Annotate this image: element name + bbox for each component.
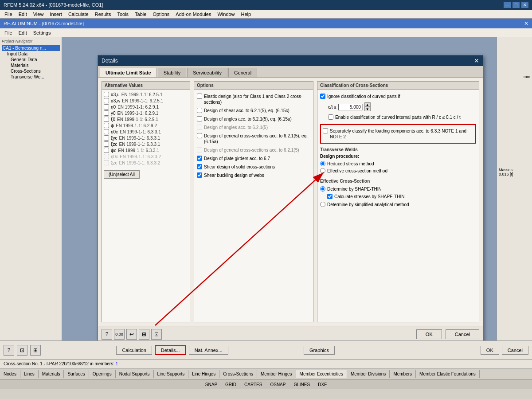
status-link[interactable]: 1 xyxy=(116,361,118,366)
menu-addon[interactable]: Add-on Modules xyxy=(173,11,214,18)
snap-grid[interactable]: GRID xyxy=(222,381,239,388)
toolbar-icon-3[interactable]: ⊞ xyxy=(30,345,41,356)
menu-view[interactable]: View xyxy=(31,11,47,18)
tab-lines[interactable]: Lines xyxy=(20,370,39,378)
tab-materials[interactable]: Materials xyxy=(39,370,64,378)
option-check-0[interactable] xyxy=(197,94,202,99)
menu-results[interactable]: Results xyxy=(92,11,114,18)
tab-cross-sections[interactable]: Cross-Sections xyxy=(219,370,257,378)
menu-edit[interactable]: Edit xyxy=(16,11,30,18)
tree-item-general-data[interactable]: General Data xyxy=(2,57,60,63)
alt-check-7[interactable] xyxy=(104,135,109,141)
tab-members[interactable]: Members xyxy=(390,370,416,378)
alt-check-11[interactable] xyxy=(104,160,109,165)
dialog-help-button[interactable]: ? xyxy=(102,329,112,340)
tree-item-cross-sections[interactable]: Cross-Sections xyxy=(2,68,60,74)
tab-serviceability[interactable]: Serviceability xyxy=(187,68,227,77)
menu-options[interactable]: Options xyxy=(150,11,172,18)
tab-general[interactable]: General xyxy=(228,68,257,77)
option-check-2[interactable] xyxy=(197,116,202,121)
tab-member-eccentricities[interactable]: Member Eccentricities xyxy=(296,370,347,378)
menu-table[interactable]: Table xyxy=(132,11,149,18)
dialog-copy-button[interactable]: ⊞ xyxy=(139,329,149,340)
radio-simplified-analytical-input[interactable] xyxy=(320,202,325,207)
calculation-button[interactable]: Calculation xyxy=(116,346,152,355)
tree-item-transverse-welds[interactable]: Transverse We... xyxy=(2,74,60,80)
close-button[interactable]: ✕ xyxy=(521,2,528,8)
alt-check-9[interactable] xyxy=(104,148,109,153)
cft-value-input[interactable] xyxy=(338,104,363,110)
snap-cartes[interactable]: CARTES xyxy=(241,381,265,388)
alt-check-8[interactable] xyxy=(104,141,109,147)
enable-classification-check[interactable] xyxy=(328,114,333,120)
cft-decrement-button[interactable]: ▼ xyxy=(364,107,371,111)
alt-check-2[interactable] xyxy=(104,104,109,110)
main-cancel-button[interactable]: Cancel xyxy=(502,346,528,355)
dialog-result-button[interactable]: 0.00 xyxy=(114,329,125,340)
option-check-4[interactable] xyxy=(197,133,202,138)
nat-annex-button[interactable]: Nat. Annex... xyxy=(189,346,228,355)
alt-check-5[interactable] xyxy=(104,123,109,128)
tree-item-input-data[interactable]: Input Data xyxy=(2,51,60,57)
option-check-1[interactable] xyxy=(197,108,202,113)
snap-glines[interactable]: GLINES xyxy=(290,381,313,388)
tab-nodal-supports[interactable]: Nodal Supports xyxy=(116,370,154,378)
app-menu-file[interactable]: File xyxy=(2,29,15,36)
radio-effective-cross-input[interactable] xyxy=(320,168,325,173)
option-check-5[interactable] xyxy=(197,147,202,153)
menu-calculate[interactable]: Calculate xyxy=(66,11,91,18)
snap-snap[interactable]: SNAP xyxy=(202,381,220,388)
dialog-undo-button[interactable]: ↩ xyxy=(126,329,137,340)
tab-member-elastic-foundations[interactable]: Member Elastic Foundations xyxy=(416,370,480,378)
alt-check-3[interactable] xyxy=(104,110,109,116)
menu-insert[interactable]: Insert xyxy=(47,11,65,18)
alt-check-10[interactable] xyxy=(104,154,109,159)
cft-increment-button[interactable]: ▲ xyxy=(364,102,371,107)
ignore-classification-check[interactable] xyxy=(320,94,325,99)
alt-check-6[interactable] xyxy=(104,129,109,134)
menu-file[interactable]: File xyxy=(2,11,15,18)
option-check-7[interactable] xyxy=(197,164,202,169)
app-menu-edit[interactable]: Edit xyxy=(16,29,30,36)
toolbar-help-icon[interactable]: ? xyxy=(4,345,14,356)
main-ok-button[interactable]: OK xyxy=(481,346,499,355)
tree-item-materials[interactable]: Materials xyxy=(2,63,60,68)
maximize-button[interactable]: □ xyxy=(512,2,520,8)
radio-reduced-stress-input[interactable] xyxy=(320,161,325,166)
alt-check-4[interactable] xyxy=(104,117,109,122)
tab-member-divisions[interactable]: Member Divisions xyxy=(347,370,390,378)
tab-openings[interactable]: Openings xyxy=(89,370,116,378)
dialog-paste-button[interactable]: ⊡ xyxy=(151,329,162,340)
tab-nodes[interactable]: Nodes xyxy=(0,370,20,378)
option-check-6[interactable] xyxy=(197,156,202,161)
details-button[interactable]: Details... xyxy=(155,345,186,355)
option-check-8[interactable] xyxy=(197,172,202,178)
tab-stability[interactable]: Stability xyxy=(158,68,187,77)
separately-classify-check[interactable] xyxy=(323,128,328,133)
toolbar-icon-2[interactable]: ⊡ xyxy=(17,345,27,356)
app-close-button[interactable]: ✕ xyxy=(524,20,528,27)
tab-ultimate-limit-state[interactable]: Ultimate Limit State xyxy=(100,68,157,77)
tab-surfaces[interactable]: Surfaces xyxy=(64,370,89,378)
radio-shape-thin-input[interactable] xyxy=(320,186,325,192)
dialog-ok-button[interactable]: OK xyxy=(416,329,442,339)
tab-line-hinges[interactable]: Line Hinges xyxy=(188,370,219,378)
graphics-button[interactable]: Graphics xyxy=(304,346,335,355)
calc-stresses-check[interactable] xyxy=(327,194,332,199)
tab-line-supports[interactable]: Line Supports xyxy=(154,370,189,378)
menu-window[interactable]: Window xyxy=(215,11,237,18)
menu-help[interactable]: Help xyxy=(239,11,254,18)
unselect-all-button[interactable]: (Un)select All xyxy=(104,170,140,179)
snap-dxf[interactable]: DXF xyxy=(315,381,330,388)
tab-member-hinges[interactable]: Member Hinges xyxy=(257,370,296,378)
alt-check-1[interactable] xyxy=(104,98,109,103)
option-check-3[interactable] xyxy=(197,125,202,130)
dialog-cancel-button[interactable]: Cancel xyxy=(446,329,479,339)
menu-tools[interactable]: Tools xyxy=(114,11,131,18)
alt-check-0[interactable] xyxy=(104,92,109,97)
dialog-close-button[interactable]: ✕ xyxy=(474,57,479,64)
minimize-button[interactable]: — xyxy=(504,2,511,8)
tree-item-ca1[interactable]: CA1 - Bemessung n... xyxy=(2,45,60,51)
snap-osnap[interactable]: OSNAP xyxy=(267,381,289,388)
app-menu-settings[interactable]: Settings xyxy=(31,29,54,36)
